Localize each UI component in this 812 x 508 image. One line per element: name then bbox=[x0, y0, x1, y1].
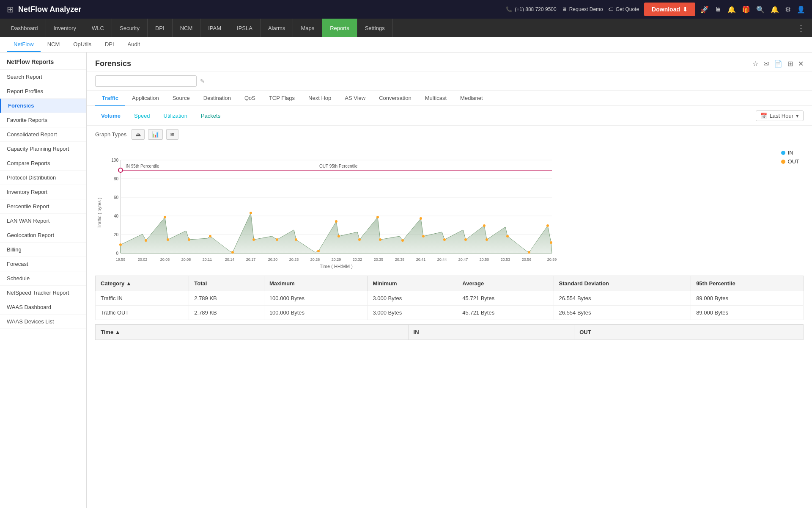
sub-nav-ncm[interactable]: NCM bbox=[41, 37, 67, 52]
sub-tab-volume[interactable]: Volume bbox=[95, 110, 126, 121]
nav-item-dashboard[interactable]: Dashboard bbox=[3, 19, 46, 37]
gift-icon[interactable]: 🎁 bbox=[742, 6, 750, 14]
col-average[interactable]: Average bbox=[457, 276, 554, 291]
sidebar-item-geolocation[interactable]: Geolocation Report bbox=[0, 228, 86, 243]
tab-next-hop[interactable]: Next Hop bbox=[302, 91, 338, 106]
tab-source[interactable]: Source bbox=[166, 91, 197, 106]
gear-icon[interactable]: ⚙ bbox=[785, 6, 791, 14]
edit-icon[interactable]: ✎ bbox=[200, 78, 205, 84]
sidebar-item-capacity-planning[interactable]: Capacity Planning Report bbox=[0, 142, 86, 156]
table-icon[interactable]: ⊞ bbox=[787, 60, 793, 68]
user-icon[interactable]: 👤 bbox=[797, 6, 805, 14]
sidebar-item-waas-dashboard[interactable]: WAAS Dashboard bbox=[0, 300, 86, 315]
nav-item-alarms[interactable]: Alarms bbox=[261, 19, 293, 37]
tab-conversation[interactable]: Conversation bbox=[372, 91, 418, 106]
sidebar-item-schedule[interactable]: Schedule bbox=[0, 271, 86, 286]
download-button[interactable]: Download ⬇ bbox=[644, 3, 695, 16]
download-icon: ⬇ bbox=[683, 6, 688, 13]
tab-medianet[interactable]: Medianet bbox=[453, 91, 489, 106]
nav-item-maps[interactable]: Maps bbox=[293, 19, 322, 37]
nav-item-reports[interactable]: Reports bbox=[322, 19, 357, 37]
nav-item-settings[interactable]: Settings bbox=[357, 19, 393, 37]
email-icon[interactable]: ✉ bbox=[763, 60, 769, 68]
search-icon[interactable]: 🔍 bbox=[756, 6, 765, 14]
notification-icon[interactable]: 🔔 bbox=[771, 6, 779, 14]
sidebar-item-billing[interactable]: Billing bbox=[0, 243, 86, 257]
nav-item-security[interactable]: Security bbox=[112, 19, 148, 37]
time-selector[interactable]: 📅 Last Hour ▾ bbox=[756, 110, 804, 121]
forensics-header: Forensics ☆ ✉ 📄 ⊞ ✕ bbox=[87, 52, 812, 72]
svg-text:40: 40 bbox=[114, 214, 119, 218]
grid-icon[interactable]: ⊞ bbox=[7, 4, 14, 14]
rocket-icon[interactable]: 🚀 bbox=[700, 6, 709, 14]
sidebar-item-consolidated-report[interactable]: Consolidated Report bbox=[0, 127, 86, 142]
cell-total: 2.789 KB bbox=[189, 291, 264, 306]
sub-tab-packets[interactable]: Packets bbox=[195, 110, 226, 121]
tab-destination[interactable]: Destination bbox=[197, 91, 238, 106]
col-maximum[interactable]: Maximum bbox=[264, 276, 368, 291]
sidebar-item-percentile-report[interactable]: Percentile Report bbox=[0, 199, 86, 214]
area-chart-btn[interactable]: ≋ bbox=[166, 129, 178, 140]
sidebar-item-search-report[interactable]: Search Report bbox=[0, 70, 86, 84]
tab-qos[interactable]: QoS bbox=[238, 91, 262, 106]
phone-contact: 📞 (+1) 888 720 9500 bbox=[506, 6, 556, 12]
sidebar-item-compare-reports[interactable]: Compare Reports bbox=[0, 156, 86, 171]
bell-icon[interactable]: 🔔 bbox=[727, 6, 736, 14]
svg-point-40 bbox=[164, 216, 166, 218]
sub-nav-netflow[interactable]: NetFlow bbox=[7, 37, 41, 52]
nav-item-dpi[interactable]: DPI bbox=[148, 19, 173, 37]
tab-traffic[interactable]: Traffic bbox=[95, 91, 125, 106]
tab-multicast[interactable]: Multicast bbox=[418, 91, 453, 106]
tab-application[interactable]: Application bbox=[125, 91, 166, 106]
pdf-icon[interactable]: 📄 bbox=[774, 60, 782, 68]
nav-item-ipsla[interactable]: IPSLA bbox=[229, 19, 261, 37]
nav-item-inventory[interactable]: Inventory bbox=[46, 19, 84, 37]
sidebar-item-waas-devices[interactable]: WAAS Devices List bbox=[0, 315, 86, 329]
star-icon[interactable]: ☆ bbox=[752, 60, 758, 68]
sidebar-title: NetFlow Reports bbox=[0, 52, 86, 70]
sidebar-item-favorite-reports[interactable]: Favorite Reports bbox=[0, 113, 86, 127]
traffic-chart: Traffic ( bytes ) 0 20 40 60 80 100 bbox=[95, 147, 560, 270]
col-in[interactable]: IN bbox=[408, 325, 574, 340]
sub-tab-speed[interactable]: Speed bbox=[128, 110, 156, 121]
col-category[interactable]: Category ▲ bbox=[96, 276, 189, 291]
line-chart-btn[interactable]: ⛰ bbox=[132, 129, 145, 140]
sub-tab-utilization[interactable]: Utilization bbox=[158, 110, 193, 121]
sidebar-item-protocol-distribution[interactable]: Protocol Distribution bbox=[0, 171, 86, 185]
sub-nav-oputils[interactable]: OpUtils bbox=[66, 37, 98, 52]
col-std-dev[interactable]: Standard Deviation bbox=[554, 276, 691, 291]
monitor-icon[interactable]: 🖥 bbox=[715, 6, 721, 13]
sidebar-item-lan-wan[interactable]: LAN WAN Report bbox=[0, 214, 86, 228]
request-demo-link[interactable]: 🖥 Request Demo bbox=[562, 6, 603, 12]
col-out[interactable]: OUT bbox=[574, 325, 804, 340]
bar-chart-btn[interactable]: 📊 bbox=[148, 129, 163, 140]
get-quote-link[interactable]: 🏷 Get Quote bbox=[608, 6, 639, 12]
nav-item-ipam[interactable]: IPAM bbox=[200, 19, 229, 37]
sidebar-item-forecast[interactable]: Forecast bbox=[0, 257, 86, 271]
svg-text:20:38: 20:38 bbox=[395, 257, 405, 262]
sub-nav-audit[interactable]: Audit bbox=[121, 37, 147, 52]
nav-item-ncm[interactable]: NCM bbox=[173, 19, 201, 37]
sub-nav-dpi[interactable]: DPI bbox=[98, 37, 121, 52]
sidebar-item-inventory-report[interactable]: Inventory Report bbox=[0, 185, 86, 199]
calendar-icon: 📅 bbox=[760, 113, 767, 119]
nav-item-wlc[interactable]: WLC bbox=[84, 19, 112, 37]
col-percentile[interactable]: 95th Percentile bbox=[691, 276, 804, 291]
col-total[interactable]: Total bbox=[189, 276, 264, 291]
col-time[interactable]: Time ▲ bbox=[96, 325, 409, 340]
tab-tcp-flags[interactable]: TCP Flags bbox=[262, 91, 302, 106]
tab-as-view[interactable]: AS View bbox=[338, 91, 372, 106]
graph-types-row: Graph Types ⛰ 📊 ≋ bbox=[87, 126, 812, 143]
sub-tabs-row: Volume Speed Utilization Packets 📅 Last … bbox=[87, 106, 812, 126]
nav-more-icon[interactable]: ⋮ bbox=[793, 23, 809, 33]
search-input[interactable] bbox=[95, 75, 197, 87]
time-table: Time ▲ IN OUT bbox=[95, 324, 804, 340]
cell-category: Traffic OUT bbox=[96, 306, 189, 320]
sidebar-item-netspeed[interactable]: NetSpeed Tracker Report bbox=[0, 286, 86, 300]
close-icon[interactable]: ✕ bbox=[798, 60, 804, 68]
sidebar-item-report-profiles[interactable]: Report Profiles bbox=[0, 84, 86, 99]
svg-text:0: 0 bbox=[116, 251, 118, 256]
col-minimum[interactable]: Minimum bbox=[368, 276, 457, 291]
sidebar-item-forensics[interactable]: Forensics bbox=[0, 99, 86, 113]
cell-average: 45.721 Bytes bbox=[457, 291, 554, 306]
